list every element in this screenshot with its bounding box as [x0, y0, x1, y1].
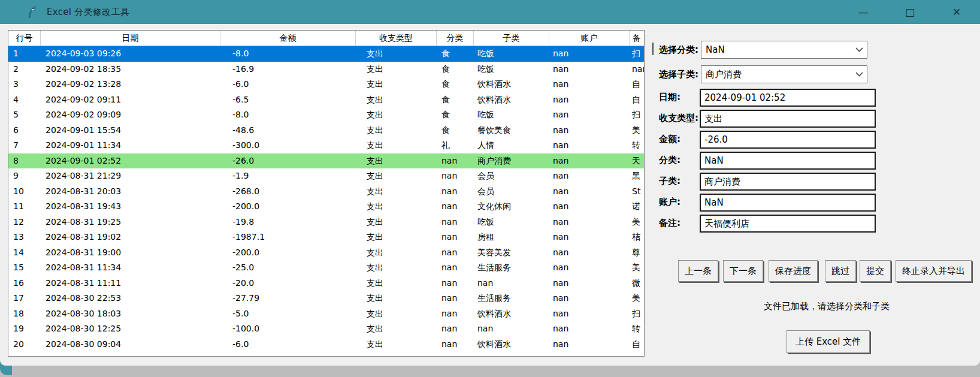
- table-row[interactable]: 32024-09-02 13:28-6.0支出食饮料酒水nan自: [8, 77, 644, 92]
- submit-button[interactable]: 提交: [860, 260, 891, 282]
- table-row[interactable]: 172024-08-30 22:53-27.79支出nan生活服务nan美: [8, 291, 644, 306]
- window-title: Excel 分类修改工具: [47, 7, 129, 18]
- table-cell: 尊: [630, 245, 644, 261]
- table-row[interactable]: 182024-08-30 18:03-5.0支出nan饮料酒水nan扫: [8, 306, 644, 322]
- next-button[interactable]: 下一条: [723, 260, 763, 282]
- table-row[interactable]: 52024-09-02 09:09-8.0支出食吃饭nan扫: [8, 107, 644, 123]
- table-row[interactable]: 82024-09-01 02:52-26.0支出nan商户消费nan天: [8, 153, 644, 169]
- table-cell: 文化休闲: [474, 199, 549, 215]
- table-row[interactable]: 152024-08-31 11:34-25.0支出nan生活服务nan美: [8, 260, 644, 276]
- table-row[interactable]: 72024-09-01 11:34-300.0支出礼人情nan转: [8, 138, 644, 153]
- table-row[interactable]: 142024-08-31 19:00-200.0支出nan美容美发nan尊: [8, 245, 644, 261]
- table-cell: 2: [8, 62, 41, 77]
- note-field[interactable]: 天福便利店: [700, 215, 876, 233]
- category-field[interactable]: NaN: [700, 152, 876, 170]
- account-field[interactable]: NaN: [700, 194, 876, 212]
- table-cell: 2024-09-02 09:09: [41, 107, 220, 123]
- column-header[interactable]: 收支类型: [356, 31, 437, 46]
- table-row[interactable]: 102024-08-31 20:03-268.0支出nan会员nanSt: [8, 184, 644, 200]
- table-cell: 美: [630, 260, 644, 276]
- table-row[interactable]: 192024-08-30 12:25-100.0支出nannannan转: [8, 321, 644, 337]
- table-cell: -6.5: [220, 92, 356, 108]
- date-field[interactable]: 2024-09-01 02:52: [700, 89, 876, 107]
- pane-divider[interactable]: [652, 43, 654, 55]
- table-cell: 食: [437, 123, 474, 138]
- table-cell: 自: [630, 92, 644, 108]
- table-cell: nan: [549, 153, 630, 169]
- table-cell: -6.0: [220, 77, 356, 92]
- category-combobox[interactable]: NaN: [701, 41, 867, 59]
- column-header[interactable]: 行号: [8, 31, 41, 46]
- column-header[interactable]: 账户: [549, 31, 630, 46]
- table-cell: 2024-08-30 22:53: [41, 291, 220, 306]
- table-cell: nan: [549, 138, 630, 153]
- app-window: Excel 分类修改工具 — □ ✕ 行号日期金额收支类型分类子类账户备 120…: [0, 0, 980, 366]
- prev-button[interactable]: 上一条: [678, 260, 718, 282]
- skip-button[interactable]: 跳过: [825, 260, 856, 282]
- table-cell: -8.0: [220, 46, 356, 62]
- table-row[interactable]: 92024-08-31 21:29-1.9支出nan会员nan黑: [8, 168, 644, 184]
- chevron-down-icon[interactable]: [851, 66, 867, 83]
- table-cell: 饮料酒水: [474, 92, 549, 108]
- amount-field[interactable]: -26.0: [700, 131, 876, 149]
- table-cell: 18: [8, 306, 41, 322]
- table-cell: -100.0: [220, 321, 356, 337]
- date-label: 日期:: [659, 92, 680, 103]
- table-row[interactable]: 132024-08-31 19:02-1987.1支出nan房租nan桔: [8, 230, 644, 245]
- table-cell: 诺: [630, 199, 644, 215]
- subcategory-field[interactable]: 商户消费: [700, 173, 876, 191]
- table-row[interactable]: 42024-09-02 09:11-6.5支出食饮料酒水nan自: [8, 92, 644, 108]
- table-row[interactable]: 12024-09-03 09:26-8.0支出食吃饭nan扫: [8, 46, 644, 62]
- table-row[interactable]: 122024-08-31 19:25-19.8支出nan吃饭nan美: [8, 215, 644, 230]
- table-cell: 支出: [356, 291, 437, 306]
- maximize-button[interactable]: □: [887, 0, 933, 24]
- table-cell: 2024-09-03 09:26: [41, 46, 220, 62]
- table-cell: 美: [630, 215, 644, 230]
- table-cell: 支出: [356, 107, 437, 123]
- table-cell: -1.9: [220, 168, 356, 184]
- table-cell: 12: [8, 215, 41, 230]
- table-cell: 2024-09-01 02:52: [41, 153, 220, 169]
- table-cell: nan: [549, 46, 630, 62]
- table-cell: 2024-09-01 11:34: [41, 138, 220, 153]
- table-cell: 人情: [474, 138, 549, 153]
- table-cell: 4: [8, 92, 41, 108]
- table-row[interactable]: 202024-08-30 09:04-6.0支出nan饮料酒水nan自: [8, 337, 644, 352]
- table-row[interactable]: 112024-08-31 19:43-200.0支出nan文化休闲nan诺: [8, 199, 644, 215]
- column-header[interactable]: 金额: [220, 31, 356, 46]
- table-cell: 食: [437, 107, 474, 123]
- table-row[interactable]: 62024-09-01 15:54-48.6支出食餐饮美食nan美: [8, 123, 644, 138]
- column-header[interactable]: 日期: [41, 31, 220, 46]
- stop-and-export-button[interactable]: 终止录入并导出: [896, 260, 972, 282]
- table-cell: nan: [549, 92, 630, 108]
- column-header[interactable]: 分类: [437, 31, 474, 46]
- table-row[interactable]: 162024-08-31 11:11-20.0支出nannannan微: [8, 276, 644, 291]
- table-cell: 2024-08-30 12:25: [41, 321, 220, 337]
- subcategory-combobox[interactable]: 商户消费: [701, 65, 867, 83]
- type-field[interactable]: 支出: [700, 110, 876, 128]
- chevron-down-icon[interactable]: [851, 41, 867, 58]
- table-cell: 支出: [356, 321, 437, 337]
- column-header[interactable]: 子类: [474, 31, 549, 46]
- table-cell: 支出: [356, 123, 437, 138]
- table-row[interactable]: 22024-09-02 18:35-16.9支出食吃饭nannan: [8, 62, 644, 77]
- table-cell: -5.0: [220, 306, 356, 322]
- table-cell: -20.0: [220, 276, 356, 291]
- table-cell: 自: [630, 77, 644, 92]
- save-progress-button[interactable]: 保存进度: [769, 260, 818, 282]
- table-cell: 2024-08-31 11:11: [41, 276, 220, 291]
- upload-excel-button[interactable]: 上传 Excel 文件: [787, 330, 870, 353]
- table-cell: nan: [437, 199, 474, 215]
- table-cell: -26.0: [220, 153, 356, 169]
- table-cell: 支出: [356, 46, 437, 62]
- table-cell: 2024-09-02 18:35: [41, 62, 220, 77]
- table-cell: nan: [549, 306, 630, 322]
- table-cell: -48.6: [220, 123, 356, 138]
- table-cell: nan: [549, 321, 630, 337]
- table-cell: 20: [8, 337, 41, 352]
- table-cell: 2024-09-01 15:54: [41, 123, 220, 138]
- close-button[interactable]: ✕: [933, 0, 980, 24]
- minimize-button[interactable]: —: [840, 0, 887, 24]
- column-header[interactable]: 备: [630, 31, 644, 46]
- table-cell: 食: [437, 62, 474, 77]
